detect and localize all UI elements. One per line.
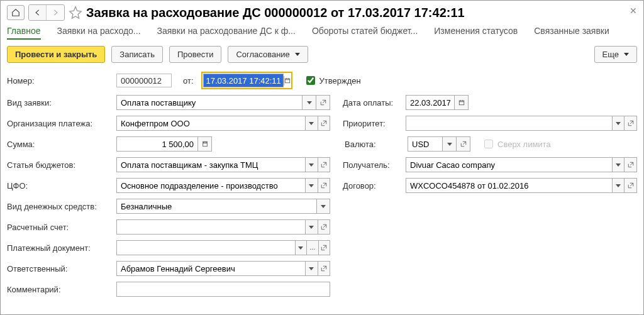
svg-rect-1 [459, 101, 464, 105]
calendar-icon[interactable] [455, 95, 469, 110]
dropdown-icon[interactable] [613, 116, 625, 131]
date-field-wrapper [201, 72, 292, 89]
request-type-field[interactable] [116, 95, 303, 110]
dropdown-icon[interactable] [306, 116, 318, 131]
date-field[interactable] [203, 74, 284, 87]
label-number: Номер: [7, 76, 111, 86]
label-recipient: Получатель: [343, 160, 401, 170]
tab-related[interactable]: Связанные заявки [534, 26, 609, 40]
tabs-bar: Главное Заявки на расходо... Заявки на р… [7, 26, 637, 40]
sum-field[interactable] [116, 136, 198, 152]
chevron-down-icon [624, 53, 629, 56]
dropdown-icon[interactable] [306, 219, 318, 235]
home-button[interactable] [7, 5, 25, 20]
tab-requests[interactable]: Заявки на расходо... [57, 26, 141, 40]
calculator-icon[interactable] [198, 136, 212, 152]
dropdown-icon[interactable] [303, 95, 316, 110]
dropdown-icon[interactable] [317, 199, 330, 214]
contract-field[interactable] [406, 178, 613, 193]
approval-button[interactable]: Согласование [228, 46, 308, 63]
label-from: от: [183, 76, 194, 86]
currency-field[interactable] [408, 136, 443, 152]
ellipsis-icon[interactable] [307, 240, 318, 255]
label-contract: Договор: [343, 181, 401, 191]
calendar-icon[interactable] [284, 76, 291, 86]
dropdown-icon[interactable] [306, 157, 318, 172]
over-limit-checkbox [484, 140, 493, 148]
dropdown-icon[interactable] [296, 240, 307, 255]
open-icon[interactable] [625, 178, 637, 193]
open-icon[interactable] [319, 240, 330, 255]
label-over-limit: Сверх лимита [497, 140, 551, 149]
label-comment: Комментарий: [7, 285, 111, 294]
chevron-down-icon [295, 53, 300, 56]
approval-label: Согласование [236, 50, 289, 59]
forward-button[interactable] [47, 5, 64, 20]
priority-field[interactable] [406, 116, 613, 131]
dropdown-icon[interactable] [613, 157, 625, 172]
more-label: Еще [602, 50, 619, 59]
open-icon[interactable] [318, 219, 330, 235]
cfo-field[interactable] [116, 178, 306, 193]
dropdown-icon[interactable] [306, 261, 318, 276]
label-sum: Сумма: [7, 140, 111, 149]
post-and-close-button[interactable]: Провести и закрыть [7, 46, 105, 63]
open-icon[interactable] [318, 178, 330, 193]
open-icon[interactable] [625, 116, 637, 131]
open-icon[interactable] [318, 157, 330, 172]
label-account: Расчетный счет: [7, 223, 111, 232]
more-button[interactable]: Еще [594, 46, 637, 63]
label-money-type: Вид денежных средств: [7, 202, 111, 211]
responsible-field[interactable] [116, 261, 306, 276]
recipient-field[interactable] [406, 157, 613, 172]
payment-date-field[interactable] [406, 95, 455, 110]
dropdown-icon[interactable] [443, 136, 457, 152]
label-responsible: Ответственный: [7, 264, 111, 274]
number-field: 000000012 [116, 74, 172, 87]
label-priority: Приоритет: [343, 119, 401, 128]
tab-requests-full[interactable]: Заявки на расходование ДС к ф... [157, 26, 296, 40]
open-icon[interactable] [318, 116, 330, 131]
tab-status-changes[interactable]: Изменения статусов [434, 26, 518, 40]
close-icon[interactable]: ✕ [630, 6, 637, 16]
dropdown-icon[interactable] [306, 178, 318, 193]
page-title: Заявка на расходование ДС 000000012 от 1… [86, 6, 465, 20]
label-pay-doc: Платежный документ: [7, 243, 111, 253]
label-currency: Валюта: [345, 140, 402, 149]
label-request-type: Вид заявки: [7, 98, 111, 108]
tab-turnovers[interactable]: Обороты статей бюджет... [312, 26, 418, 40]
approved-checkbox[interactable] [306, 76, 315, 85]
comment-field[interactable] [116, 282, 330, 297]
dropdown-icon[interactable] [613, 178, 625, 193]
svg-rect-0 [285, 79, 290, 83]
open-icon[interactable] [625, 157, 637, 172]
favorite-star-icon[interactable] [69, 6, 82, 19]
open-icon[interactable] [318, 261, 330, 276]
open-icon[interactable] [316, 95, 330, 110]
label-approved: Утвержден [319, 76, 361, 86]
label-org: Организация платежа: [7, 119, 111, 128]
svg-rect-3 [203, 142, 206, 143]
label-payment-date: Дата оплаты: [343, 98, 401, 108]
money-type-field[interactable] [116, 199, 317, 214]
budget-item-field[interactable] [116, 157, 306, 172]
back-button[interactable] [29, 5, 47, 20]
label-cfo: ЦФО: [7, 181, 111, 191]
org-field[interactable] [116, 116, 306, 131]
label-budget-item: Статья бюджетов: [7, 160, 111, 170]
account-field[interactable] [116, 219, 306, 235]
save-button[interactable]: Записать [111, 46, 163, 63]
pay-doc-field[interactable] [116, 240, 296, 255]
tab-main[interactable]: Главное [7, 26, 41, 40]
open-icon[interactable] [457, 136, 470, 152]
post-button[interactable]: Провести [169, 46, 222, 63]
